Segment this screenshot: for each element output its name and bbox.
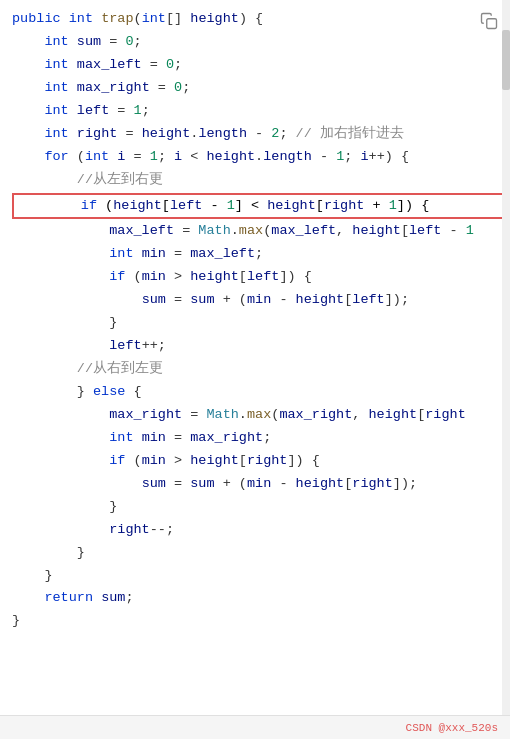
bottom-bar: CSDN @xxx_520s — [0, 715, 510, 739]
highlighted-code-line: if (height[left - 1] < height[right + 1]… — [12, 193, 510, 220]
code-line: return sum; — [12, 587, 510, 610]
code-line: } — [12, 542, 510, 565]
code-line: sum = sum + (min - height[right]); — [12, 473, 510, 496]
code-line: int max_left = 0; — [12, 54, 510, 77]
code-line: if (min > height[right]) { — [12, 450, 510, 473]
code-line: int min = max_left; — [12, 243, 510, 266]
code-line: public int trap(int[] height) { — [12, 8, 510, 31]
code-line: right--; — [12, 519, 510, 542]
code-line: } — [12, 610, 510, 633]
svg-rect-0 — [487, 19, 497, 29]
code-line: left++; — [12, 335, 510, 358]
code-area[interactable]: public int trap(int[] height) { int sum … — [0, 0, 510, 715]
code-line: sum = sum + (min - height[left]); — [12, 289, 510, 312]
code-line: } else { — [12, 381, 510, 404]
code-line: int right = height.length - 2; // 加右指针进去 — [12, 123, 510, 146]
code-line: } — [12, 496, 510, 519]
code-line: max_right = Math.max(max_right, height[r… — [12, 404, 510, 427]
copy-icon[interactable] — [480, 12, 498, 30]
code-line: max_left = Math.max(max_left, height[lef… — [12, 220, 510, 243]
watermark-text: CSDN @xxx_520s — [406, 722, 498, 734]
code-line: int min = max_right; — [12, 427, 510, 450]
code-line: //从左到右更 — [12, 169, 510, 192]
code-line: for (int i = 1; i < height.length - 1; i… — [12, 146, 510, 169]
code-line: //从右到左更 — [12, 358, 510, 381]
scrollbar-track — [502, 0, 510, 715]
code-container: public int trap(int[] height) { int sum … — [0, 0, 510, 739]
code-line: } — [12, 565, 510, 588]
code-line: } — [12, 312, 510, 335]
code-line: if (min > height[left]) { — [12, 266, 510, 289]
scrollbar-thumb[interactable] — [502, 30, 510, 90]
code-line: int left = 1; — [12, 100, 510, 123]
code-line: int max_right = 0; — [12, 77, 510, 100]
code-line: int sum = 0; — [12, 31, 510, 54]
